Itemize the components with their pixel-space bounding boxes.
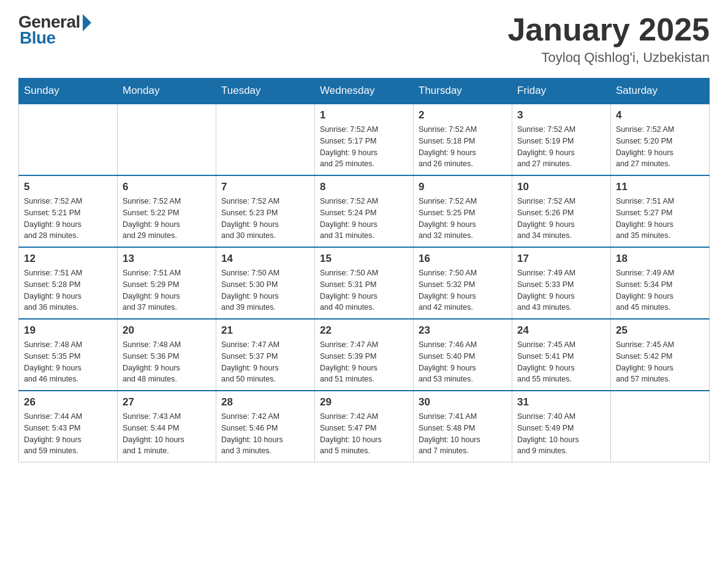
day-number: 14 — [221, 253, 309, 265]
day-info: Sunrise: 7:48 AM Sunset: 5:35 PM Dayligh… — [24, 339, 112, 385]
day-info: Sunrise: 7:52 AM Sunset: 5:22 PM Dayligh… — [123, 196, 211, 242]
calendar-cell: 7Sunrise: 7:52 AM Sunset: 5:23 PM Daylig… — [216, 175, 315, 247]
day-number: 13 — [123, 253, 211, 265]
calendar-cell: 5Sunrise: 7:52 AM Sunset: 5:21 PM Daylig… — [19, 175, 118, 247]
calendar-cell: 4Sunrise: 7:52 AM Sunset: 5:20 PM Daylig… — [611, 104, 710, 175]
calendar-cell: 30Sunrise: 7:41 AM Sunset: 5:48 PM Dayli… — [414, 391, 512, 462]
day-number: 27 — [123, 396, 211, 408]
day-info: Sunrise: 7:50 AM Sunset: 5:30 PM Dayligh… — [221, 267, 309, 313]
title-section: January 2025 Toyloq Qishlog'i, Uzbekista… — [507, 12, 710, 66]
calendar-cell — [216, 104, 315, 175]
calendar-cell — [611, 391, 710, 462]
day-number: 1 — [320, 109, 408, 121]
day-number: 30 — [419, 396, 507, 408]
day-number: 2 — [419, 109, 507, 121]
calendar-cell: 31Sunrise: 7:40 AM Sunset: 5:49 PM Dayli… — [512, 391, 611, 462]
day-info: Sunrise: 7:51 AM Sunset: 5:29 PM Dayligh… — [123, 267, 211, 313]
day-info: Sunrise: 7:52 AM Sunset: 5:18 PM Dayligh… — [419, 124, 507, 170]
day-info: Sunrise: 7:52 AM Sunset: 5:20 PM Dayligh… — [616, 124, 704, 170]
calendar-cell: 18Sunrise: 7:49 AM Sunset: 5:34 PM Dayli… — [611, 247, 710, 319]
day-number: 8 — [320, 181, 408, 193]
day-info: Sunrise: 7:40 AM Sunset: 5:49 PM Dayligh… — [517, 411, 605, 457]
calendar-header-row: SundayMondayTuesdayWednesdayThursdayFrid… — [19, 79, 710, 104]
calendar-cell: 15Sunrise: 7:50 AM Sunset: 5:31 PM Dayli… — [315, 247, 414, 319]
calendar-cell: 16Sunrise: 7:50 AM Sunset: 5:32 PM Dayli… — [414, 247, 512, 319]
day-number: 25 — [616, 324, 704, 337]
calendar-cell: 12Sunrise: 7:51 AM Sunset: 5:28 PM Dayli… — [19, 247, 118, 319]
calendar-cell: 6Sunrise: 7:52 AM Sunset: 5:22 PM Daylig… — [118, 175, 216, 247]
day-number: 19 — [24, 324, 112, 337]
day-info: Sunrise: 7:45 AM Sunset: 5:42 PM Dayligh… — [616, 339, 704, 385]
calendar-cell: 11Sunrise: 7:51 AM Sunset: 5:27 PM Dayli… — [611, 175, 710, 247]
day-info: Sunrise: 7:52 AM Sunset: 5:21 PM Dayligh… — [24, 196, 112, 242]
day-number: 28 — [221, 396, 309, 408]
day-number: 4 — [616, 109, 704, 121]
column-header-friday: Friday — [512, 79, 611, 104]
column-header-monday: Monday — [118, 79, 216, 104]
day-number: 5 — [24, 181, 112, 193]
month-year-title: January 2025 — [507, 12, 710, 47]
calendar-cell: 24Sunrise: 7:45 AM Sunset: 5:41 PM Dayli… — [512, 319, 611, 391]
calendar-cell: 21Sunrise: 7:47 AM Sunset: 5:37 PM Dayli… — [216, 319, 315, 391]
day-info: Sunrise: 7:52 AM Sunset: 5:26 PM Dayligh… — [517, 196, 605, 242]
day-info: Sunrise: 7:52 AM Sunset: 5:23 PM Dayligh… — [221, 196, 309, 242]
day-number: 10 — [517, 181, 605, 193]
day-number: 22 — [320, 324, 408, 337]
calendar-cell: 20Sunrise: 7:48 AM Sunset: 5:36 PM Dayli… — [118, 319, 216, 391]
day-info: Sunrise: 7:47 AM Sunset: 5:39 PM Dayligh… — [320, 339, 408, 385]
day-info: Sunrise: 7:52 AM Sunset: 5:25 PM Dayligh… — [419, 196, 507, 242]
calendar-cell: 26Sunrise: 7:44 AM Sunset: 5:43 PM Dayli… — [19, 391, 118, 462]
day-info: Sunrise: 7:51 AM Sunset: 5:27 PM Dayligh… — [616, 196, 704, 242]
column-header-sunday: Sunday — [19, 79, 118, 104]
day-info: Sunrise: 7:44 AM Sunset: 5:43 PM Dayligh… — [24, 411, 112, 457]
day-number: 11 — [616, 181, 704, 193]
day-info: Sunrise: 7:48 AM Sunset: 5:36 PM Dayligh… — [123, 339, 211, 385]
calendar-cell: 22Sunrise: 7:47 AM Sunset: 5:39 PM Dayli… — [315, 319, 414, 391]
day-info: Sunrise: 7:50 AM Sunset: 5:31 PM Dayligh… — [320, 267, 408, 313]
day-info: Sunrise: 7:52 AM Sunset: 5:24 PM Dayligh… — [320, 196, 408, 242]
calendar-cell: 27Sunrise: 7:43 AM Sunset: 5:44 PM Dayli… — [118, 391, 216, 462]
day-info: Sunrise: 7:52 AM Sunset: 5:19 PM Dayligh… — [517, 124, 605, 170]
day-info: Sunrise: 7:49 AM Sunset: 5:33 PM Dayligh… — [517, 267, 605, 313]
day-number: 9 — [419, 181, 507, 193]
calendar-cell: 9Sunrise: 7:52 AM Sunset: 5:25 PM Daylig… — [414, 175, 512, 247]
day-info: Sunrise: 7:42 AM Sunset: 5:47 PM Dayligh… — [320, 411, 408, 457]
calendar-week-row: 19Sunrise: 7:48 AM Sunset: 5:35 PM Dayli… — [19, 319, 710, 391]
day-number: 15 — [320, 253, 408, 265]
logo-arrow-icon — [83, 14, 91, 31]
day-info: Sunrise: 7:47 AM Sunset: 5:37 PM Dayligh… — [221, 339, 309, 385]
page-header: General Blue January 2025 Toyloq Qishlog… — [18, 12, 710, 66]
calendar-cell: 29Sunrise: 7:42 AM Sunset: 5:47 PM Dayli… — [315, 391, 414, 462]
day-number: 18 — [616, 253, 704, 265]
logo: General Blue — [18, 12, 91, 48]
column-header-tuesday: Tuesday — [216, 79, 315, 104]
column-header-saturday: Saturday — [611, 79, 710, 104]
calendar-week-row: 12Sunrise: 7:51 AM Sunset: 5:28 PM Dayli… — [19, 247, 710, 319]
logo-blue-text: Blue — [20, 28, 56, 48]
calendar-cell: 25Sunrise: 7:45 AM Sunset: 5:42 PM Dayli… — [611, 319, 710, 391]
calendar-cell: 8Sunrise: 7:52 AM Sunset: 5:24 PM Daylig… — [315, 175, 414, 247]
calendar-cell: 13Sunrise: 7:51 AM Sunset: 5:29 PM Dayli… — [118, 247, 216, 319]
day-info: Sunrise: 7:42 AM Sunset: 5:46 PM Dayligh… — [221, 411, 309, 457]
day-info: Sunrise: 7:41 AM Sunset: 5:48 PM Dayligh… — [419, 411, 507, 457]
calendar-week-row: 26Sunrise: 7:44 AM Sunset: 5:43 PM Dayli… — [19, 391, 710, 462]
day-number: 23 — [419, 324, 507, 337]
day-info: Sunrise: 7:50 AM Sunset: 5:32 PM Dayligh… — [419, 267, 507, 313]
day-number: 26 — [24, 396, 112, 408]
calendar-cell: 28Sunrise: 7:42 AM Sunset: 5:46 PM Dayli… — [216, 391, 315, 462]
calendar-cell: 10Sunrise: 7:52 AM Sunset: 5:26 PM Dayli… — [512, 175, 611, 247]
calendar-cell — [118, 104, 216, 175]
day-number: 29 — [320, 396, 408, 408]
day-number: 3 — [517, 109, 605, 121]
location-subtitle: Toyloq Qishlog'i, Uzbekistan — [507, 50, 710, 66]
column-header-wednesday: Wednesday — [315, 79, 414, 104]
calendar-week-row: 5Sunrise: 7:52 AM Sunset: 5:21 PM Daylig… — [19, 175, 710, 247]
column-header-thursday: Thursday — [414, 79, 512, 104]
day-number: 17 — [517, 253, 605, 265]
calendar-cell: 14Sunrise: 7:50 AM Sunset: 5:30 PM Dayli… — [216, 247, 315, 319]
day-info: Sunrise: 7:45 AM Sunset: 5:41 PM Dayligh… — [517, 339, 605, 385]
calendar-cell: 1Sunrise: 7:52 AM Sunset: 5:17 PM Daylig… — [315, 104, 414, 175]
day-info: Sunrise: 7:49 AM Sunset: 5:34 PM Dayligh… — [616, 267, 704, 313]
day-info: Sunrise: 7:46 AM Sunset: 5:40 PM Dayligh… — [419, 339, 507, 385]
calendar-cell: 19Sunrise: 7:48 AM Sunset: 5:35 PM Dayli… — [19, 319, 118, 391]
